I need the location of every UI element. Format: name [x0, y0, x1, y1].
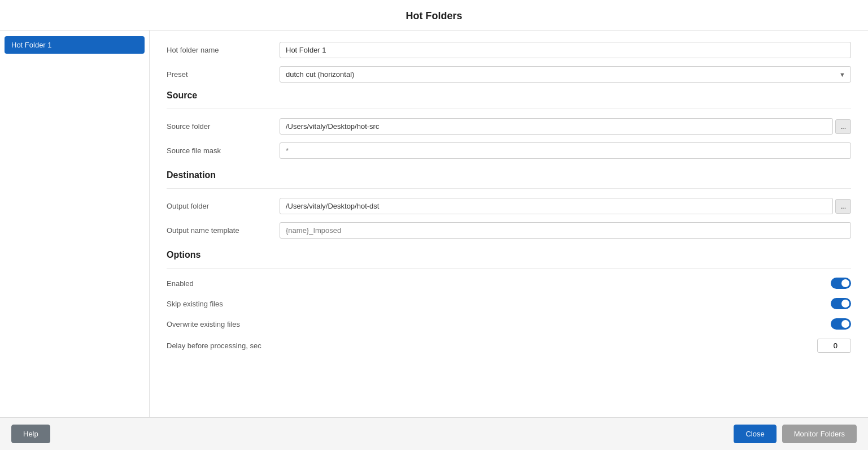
source-folder-row: Source folder ... — [167, 118, 851, 135]
delay-label: Delay before processing, sec — [167, 341, 261, 350]
overwrite-existing-toggle[interactable] — [831, 318, 851, 330]
skip-existing-label: Skip existing files — [167, 300, 223, 308]
close-button[interactable]: Close — [734, 425, 776, 443]
footer-right-buttons: Close Monitor Folders — [734, 425, 857, 443]
delay-input[interactable] — [817, 339, 851, 353]
destination-section-title: Destination — [167, 170, 851, 180]
skip-existing-toggle[interactable] — [831, 298, 851, 309]
hot-folder-name-row: Hot folder name — [167, 42, 851, 58]
skip-existing-row: Skip existing files — [167, 298, 851, 309]
source-folder-browse-button[interactable]: ... — [835, 119, 851, 134]
footer: Help Close Monitor Folders — [0, 417, 868, 450]
output-name-template-input[interactable] — [280, 222, 851, 239]
sidebar: Hot Folder 1 — [0, 31, 150, 417]
output-folder-input[interactable] — [280, 198, 833, 214]
enabled-label: Enabled — [167, 279, 194, 288]
hot-folder-name-label: Hot folder name — [167, 46, 280, 54]
preset-select[interactable]: dutch cut (horizontal) dutch cut (vertic… — [280, 66, 851, 83]
source-file-mask-row: Source file mask — [167, 142, 851, 159]
output-name-template-label: Output name template — [167, 226, 280, 235]
output-folder-input-group: ... — [280, 198, 851, 214]
form-panel: Hot folder name Preset dutch cut (horizo… — [150, 31, 868, 417]
enabled-row: Enabled — [167, 278, 851, 289]
overwrite-existing-row: Overwrite existing files — [167, 318, 851, 330]
source-folder-input-group: ... — [280, 118, 851, 135]
output-folder-row: Output folder ... — [167, 198, 851, 214]
source-divider — [167, 109, 851, 109]
hot-folder-name-input[interactable] — [280, 42, 851, 58]
page-header: Hot Folders — [0, 0, 868, 31]
overwrite-existing-slider — [831, 318, 851, 330]
source-folder-input[interactable] — [280, 118, 833, 135]
destination-divider — [167, 188, 851, 189]
delay-row: Delay before processing, sec — [167, 339, 851, 353]
preset-select-wrapper: dutch cut (horizontal) dutch cut (vertic… — [280, 66, 851, 83]
output-folder-label: Output folder — [167, 202, 280, 210]
enabled-slider — [831, 278, 851, 289]
output-name-template-row: Output name template — [167, 222, 851, 239]
skip-existing-slider — [831, 298, 851, 309]
source-section-title: Source — [167, 90, 851, 101]
preset-label: Preset — [167, 70, 280, 79]
enabled-toggle[interactable] — [831, 278, 851, 289]
sidebar-item-hot-folder-1[interactable]: Hot Folder 1 — [5, 36, 145, 54]
preset-row: Preset dutch cut (horizontal) dutch cut … — [167, 66, 851, 83]
page-title: Hot Folders — [0, 10, 868, 22]
help-button[interactable]: Help — [11, 425, 50, 443]
monitor-folders-button[interactable]: Monitor Folders — [782, 425, 857, 443]
options-divider — [167, 268, 851, 269]
source-file-mask-input[interactable] — [280, 142, 851, 159]
main-content: Hot Folder 1 Hot folder name Preset dutc… — [0, 31, 868, 417]
output-folder-browse-button[interactable]: ... — [835, 199, 851, 214]
source-folder-label: Source folder — [167, 122, 280, 131]
overwrite-existing-label: Overwrite existing files — [167, 320, 240, 328]
source-file-mask-label: Source file mask — [167, 146, 280, 155]
options-section-title: Options — [167, 250, 851, 260]
